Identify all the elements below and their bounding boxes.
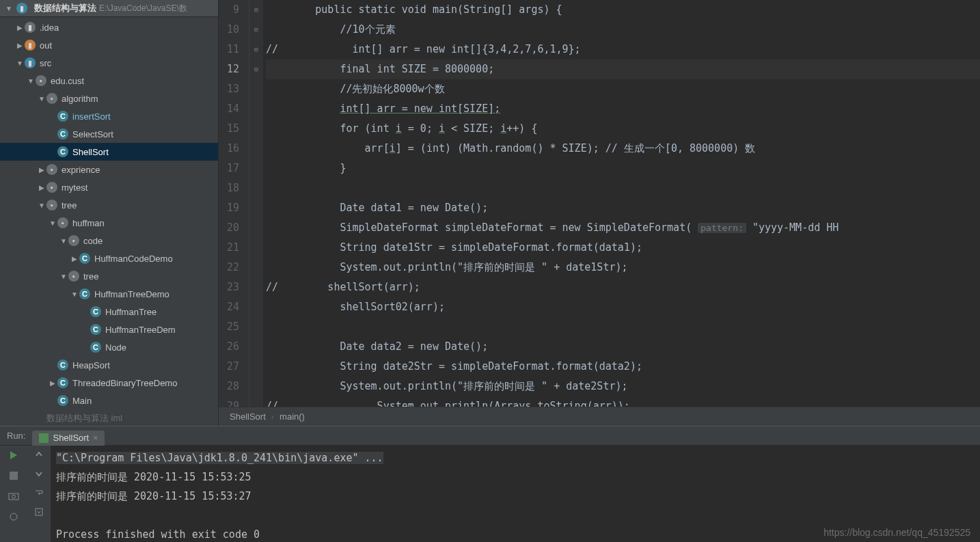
breadcrumb-class[interactable]: ShellSort [230, 411, 266, 422]
tree-item[interactable]: ▼▪huffman [0, 214, 218, 232]
chevron-right-icon[interactable]: ▶ [37, 184, 46, 191]
chevron-right-icon[interactable]: ▶ [70, 255, 79, 262]
tree-item-label: HeapSort [72, 360, 110, 370]
tree-item-label: HuffmanTreeDemo [94, 289, 169, 299]
chevron-down-icon[interactable]: ▼ [48, 219, 57, 227]
tree-item-label: code [83, 236, 103, 246]
run-tab-label: ShellSort [53, 433, 89, 443]
class-icon: C [57, 377, 68, 388]
svg-rect-6 [36, 509, 42, 515]
tree-item-label: insertSort [72, 111, 111, 122]
folder-icon: ▮ [25, 40, 36, 51]
tree-item-label: edu.cust [51, 76, 84, 86]
svg-point-5 [10, 513, 17, 520]
chevron-down-icon[interactable]: ▼ [15, 59, 25, 67]
run-toolbar-right [27, 446, 51, 542]
breadcrumb[interactable]: ShellSort › main() [219, 407, 980, 426]
package-icon: ▪ [46, 164, 57, 175]
project-tree[interactable]: ▶▮.idea▶▮out▼▮src▼▪edu.cust▼▪algorithm▶C… [0, 17, 218, 426]
breadcrumb-method[interactable]: main() [280, 411, 305, 422]
project-icon: ▮ [16, 3, 27, 14]
code-editor[interactable]: public static void main(String[] args) {… [263, 0, 980, 407]
settings-icon[interactable] [8, 511, 19, 522]
tree-item[interactable]: ▶数据结构与算法 iml [0, 409, 218, 426]
tree-item[interactable]: ▶CSelectSort [0, 125, 218, 143]
svg-rect-3 [9, 493, 18, 500]
class-icon: C [57, 128, 68, 139]
tree-item[interactable]: ▼CHuffmanTreeDemo [0, 285, 218, 303]
tree-item[interactable]: ▶▮.idea [0, 18, 218, 36]
close-icon[interactable]: × [93, 433, 98, 443]
tree-item-label: algorithm [62, 94, 98, 104]
svg-rect-2 [10, 472, 18, 480]
project-header[interactable]: ▼ ▮ 数据结构与算法 E:\JavaCode\JavaSE\数 [0, 0, 218, 17]
tree-item-label: Node [105, 342, 126, 353]
class-icon: C [90, 306, 101, 317]
run-label: Run: [0, 431, 32, 441]
chevron-down-icon[interactable]: ▼ [59, 237, 68, 245]
tree-item[interactable]: ▶▪mytest [0, 178, 218, 196]
tree-item-label: ShellSort [72, 147, 109, 157]
tree-item[interactable]: ▼▪algorithm [0, 90, 218, 107]
class-icon: C [57, 360, 68, 370]
project-path: E:\JavaCode\JavaSE\数 [99, 3, 187, 14]
tree-item[interactable]: ▶CHuffmanCodeDemo [0, 249, 218, 267]
class-icon: C [57, 111, 68, 122]
camera-icon[interactable] [8, 491, 19, 502]
tree-item[interactable]: ▶CinsertSort [0, 107, 218, 125]
package-icon: ▪ [68, 235, 79, 246]
tree-item[interactable]: ▼▪code [0, 232, 218, 249]
chevron-right-icon[interactable]: ▶ [48, 379, 57, 387]
chevron-down-icon[interactable]: ▼ [70, 290, 79, 298]
package-icon: ▪ [57, 217, 68, 228]
tree-item-label: exprience [62, 165, 100, 175]
rerun-icon[interactable] [8, 450, 19, 461]
class-icon: C [57, 146, 68, 157]
tree-item[interactable]: ▶CThreadedBinaryTreeDemo [0, 374, 218, 392]
stop-icon[interactable] [8, 470, 19, 481]
chevron-down-icon[interactable]: ▼ [37, 95, 46, 103]
tree-item-label: ThreadedBinaryTreeDemo [72, 378, 177, 388]
chevron-right-icon[interactable]: ▶ [15, 24, 25, 31]
tree-item[interactable]: ▶CMain [0, 392, 218, 409]
tree-item-label: out [40, 40, 52, 51]
package-icon: ▪ [46, 93, 57, 104]
chevron-right-icon[interactable]: ▶ [37, 166, 46, 174]
package-icon: ▪ [68, 271, 79, 282]
tree-item-label: tree [62, 200, 77, 211]
chevron-down-icon[interactable]: ▼ [37, 202, 46, 209]
watermark: https://blog.csdn.net/qq_45192525 [824, 527, 970, 538]
fold-gutter[interactable]: ⊖⊖⊖⊖ [249, 0, 263, 407]
tree-item[interactable]: ▶CHuffmanTreeDem [0, 321, 218, 338]
tree-item-label: HuffmanTreeDem [105, 325, 176, 335]
class-icon: C [79, 288, 90, 299]
project-sidebar: ▼ ▮ 数据结构与算法 E:\JavaCode\JavaSE\数 ▶▮.idea… [0, 0, 219, 426]
class-icon: C [90, 342, 101, 353]
tree-item[interactable]: ▶▪exprience [0, 161, 218, 178]
soft-wrap-icon[interactable] [34, 488, 44, 498]
class-icon: C [57, 395, 68, 406]
tree-item[interactable]: ▶CShellSort [0, 143, 218, 161]
chevron-down-icon[interactable]: ▼ [59, 273, 68, 280]
tree-item[interactable]: ▶CNode [0, 338, 218, 356]
scroll-to-end-icon[interactable] [34, 507, 44, 517]
tree-item[interactable]: ▶CHuffmanTree [0, 303, 218, 321]
chevron-down-icon[interactable]: ▼ [26, 77, 36, 85]
line-number-gutter[interactable]: 9101112131415161718192021222324252627282… [219, 0, 249, 407]
tree-item[interactable]: ▼▮src [0, 54, 218, 72]
down-icon[interactable] [34, 469, 44, 478]
run-tab[interactable]: ShellSort × [32, 431, 105, 446]
tree-item-label: huffman [72, 218, 105, 228]
tree-item[interactable]: ▶▮out [0, 36, 218, 54]
up-icon[interactable] [34, 450, 44, 459]
tree-item[interactable]: ▼▪tree [0, 196, 218, 214]
tree-item-label: HuffmanCodeDemo [94, 254, 173, 264]
editor-pane: 9101112131415161718192021222324252627282… [219, 0, 980, 426]
chevron-right-icon: › [271, 411, 274, 422]
tree-item-label: mytest [62, 182, 87, 193]
chevron-right-icon[interactable]: ▶ [15, 42, 25, 49]
tree-item-label: src [40, 58, 51, 68]
tree-item[interactable]: ▶CHeapSort [0, 356, 218, 374]
tree-item[interactable]: ▼▪edu.cust [0, 72, 218, 90]
tree-item[interactable]: ▼▪tree [0, 267, 218, 285]
